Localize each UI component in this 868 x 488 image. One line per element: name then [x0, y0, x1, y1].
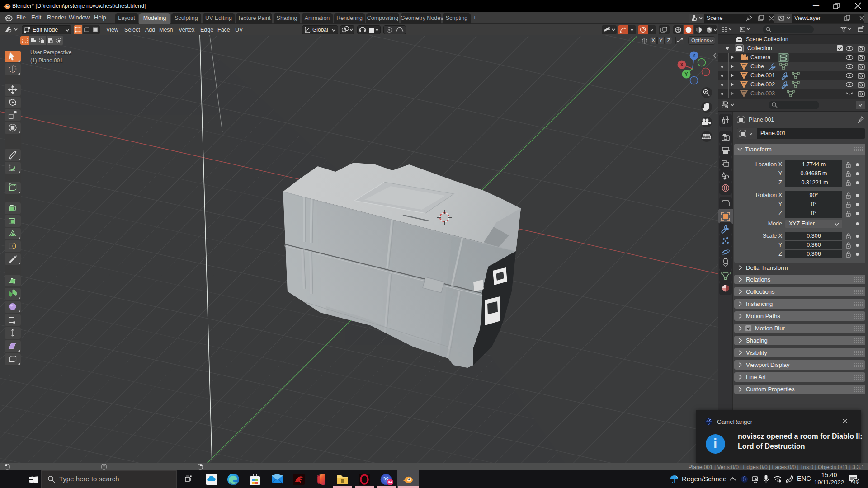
svg-text:X: X [680, 62, 684, 67]
svg-text:Y: Y [684, 71, 688, 77]
svg-text:9+: 9+ [388, 480, 392, 484]
svg-text:Z: Z [693, 53, 696, 58]
svg-text:10: 10 [854, 479, 858, 484]
